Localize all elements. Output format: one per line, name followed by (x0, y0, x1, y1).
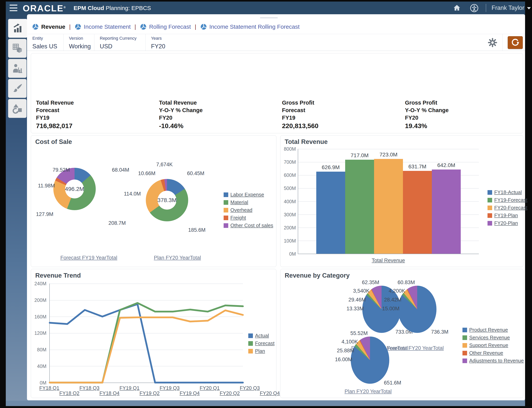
x-axis-label[interactable]: FY19 Q3 (160, 385, 179, 391)
legend-label[interactable]: Other Cost of sales (230, 222, 273, 229)
legend-item[interactable]: Product Revenue (463, 327, 524, 333)
slice-label: 13.33M (346, 306, 364, 312)
legend-swatch (463, 343, 467, 348)
legend-label[interactable]: Other Revenue (469, 350, 503, 356)
x-axis-label[interactable]: FY18 Q1 (39, 385, 59, 391)
legend-item[interactable]: FY20-Plan (488, 220, 527, 226)
tab-rolling-forecast[interactable]: Rolling Forecast (140, 23, 191, 30)
panel-title: Revenue by Category (285, 272, 350, 279)
legend-label[interactable]: Forecast (255, 340, 274, 346)
legend-label[interactable]: Services Revenue (469, 335, 510, 340)
legend-label[interactable]: Labor Expense (230, 192, 264, 198)
legend-item[interactable]: FY18-Actual (488, 189, 527, 195)
y-tick-label: 240M (33, 281, 46, 286)
x-axis-label[interactable]: FY20 Q2 (220, 390, 240, 396)
donut-chart[interactable]: 378.3M (146, 179, 188, 221)
tab-revenue[interactable]: Revenue (32, 23, 65, 30)
legend-item[interactable]: Freight (224, 215, 273, 221)
legend-item[interactable]: Material (224, 199, 273, 205)
x-axis-label[interactable]: FY20 Q1 (200, 385, 220, 391)
legend-item[interactable]: FY19-Plan (488, 212, 527, 218)
legend-label[interactable]: Plan (255, 348, 265, 354)
kpi-metric: Total Revenue (159, 99, 277, 107)
bar-value-label: 631.7M (403, 163, 432, 170)
legend-label[interactable]: FY19-Plan (494, 212, 518, 218)
pie-chart-icon (200, 23, 207, 30)
bar-FY19-Plan[interactable]: 631.7M (403, 171, 432, 254)
legend-label[interactable]: FY20-Plan (494, 220, 518, 226)
x-axis-label[interactable]: FY18 Q3 (79, 385, 99, 391)
x-axis-label[interactable]: FY20 Q3 (240, 385, 260, 391)
x-axis-label[interactable]: FY18 Q4 (99, 390, 119, 396)
legend-label[interactable]: Freight (230, 215, 246, 221)
legend-swatch (224, 200, 228, 205)
pov-entity: Entity Sales US (27, 34, 64, 51)
bar-FY18-Actual[interactable]: 626.9M (316, 172, 345, 254)
legend-item[interactable]: Overhead (224, 207, 273, 213)
legend-item[interactable]: Other Cost of sales (224, 222, 273, 229)
accessibility-button[interactable] (470, 3, 479, 13)
kpi-gross-profit-yoy[interactable]: Gross Profit Y-O-Y % Change FY20 19.43% (400, 99, 523, 130)
x-axis-label[interactable]: FY20 Q4 (260, 390, 280, 396)
x-axis-label[interactable]: FY19 Q4 (179, 390, 200, 396)
legend-label[interactable]: Overhead (230, 207, 252, 213)
chart-caption-link[interactable]: Plan FY20 YearTotal (331, 389, 405, 394)
bar-FY20-Forecast[interactable]: 723.0M (374, 159, 403, 254)
home-button[interactable] (452, 3, 462, 13)
legend-item[interactable]: Labor Expense (224, 192, 273, 198)
legend-label[interactable]: FY19-Forecast (494, 197, 527, 203)
refresh-button[interactable] (508, 36, 523, 49)
x-axis-label[interactable]: FY19 Q1 (119, 385, 139, 391)
legend-item[interactable]: Adjustments to Revenue (463, 358, 524, 364)
legend-swatch (488, 198, 492, 203)
settings-button[interactable] (487, 37, 498, 48)
legend-item[interactable]: FY20-Forecast (488, 205, 527, 211)
legend-item[interactable]: Support Revenue (463, 342, 524, 348)
pov-value-currency[interactable]: USD (100, 43, 145, 50)
legend-item[interactable]: Forecast (248, 340, 274, 346)
tab-separator: | (195, 24, 196, 30)
chart-caption-link[interactable]: Plan FY20 YearTotal (123, 255, 231, 261)
trend-line-Actual[interactable] (50, 304, 243, 382)
pov-value-entity[interactable]: Sales US (32, 43, 63, 50)
hamburger-menu-icon[interactable] (10, 5, 17, 11)
user-menu[interactable]: Frank Taylor (491, 4, 531, 11)
legend-label[interactable]: FY18-Actual (494, 189, 522, 195)
legend-item[interactable]: Plan (248, 348, 274, 354)
tab-income-statement[interactable]: Income Statement (75, 23, 131, 30)
pov-label: Entity (32, 36, 63, 41)
sidebar-tab-dashboards[interactable] (8, 19, 27, 38)
collapse-handle[interactable] (260, 17, 278, 18)
sidebar-tab-data[interactable] (8, 39, 26, 58)
legend-item[interactable]: FY19-Forecast (488, 197, 527, 203)
donut-chart[interactable]: 496.2M (53, 168, 96, 210)
bar-FY20-Plan[interactable]: 642.0M (432, 170, 461, 254)
x-axis-label[interactable]: FY18 Q2 (59, 390, 79, 396)
sidebar-tab-rules[interactable] (8, 99, 26, 118)
legend-item[interactable]: Services Revenue (463, 335, 524, 340)
chevron-down-icon (527, 7, 531, 9)
tab-income-statement-rolling-forecast[interactable]: Income Statement Rolling Forecast (200, 23, 300, 30)
legend-item[interactable]: Other Revenue (463, 350, 524, 356)
legend-label[interactable]: Adjustments to Revenue (469, 358, 524, 364)
legend-item[interactable]: Actual (248, 333, 274, 339)
kpi-year: FY20 (405, 114, 523, 122)
legend-label[interactable]: Support Revenue (469, 342, 508, 348)
pov-value-version[interactable]: Working (69, 43, 94, 50)
gear-icon (488, 38, 497, 47)
sidebar-tab-format[interactable] (8, 79, 26, 98)
legend-label[interactable]: Material (230, 199, 248, 205)
legend-swatch (248, 349, 253, 354)
sidebar-tab-analysis[interactable] (8, 59, 26, 78)
kpi-total-revenue-forecast[interactable]: Total Revenue Forecast FY19 716,982,017 (31, 99, 154, 130)
x-axis-label[interactable]: Total Revenue (298, 258, 479, 264)
x-axis-label[interactable]: FY19 Q2 (139, 390, 160, 396)
legend-label[interactable]: Product Revenue (469, 327, 508, 333)
kpi-gross-profit-forecast[interactable]: Gross Profit Forecast FY19 220,813,560 (277, 99, 400, 130)
bar-FY19-Forecast[interactable]: 717.0M (345, 160, 374, 254)
legend-label[interactable]: FY20-Forecast (494, 205, 527, 211)
pov-value-years[interactable]: FY20 (151, 43, 242, 50)
legend-label[interactable]: Actual (255, 333, 269, 339)
kpi-metric: Gross Profit (405, 99, 523, 107)
kpi-total-revenue-yoy[interactable]: Total Revenue Y-O-Y % Change FY20 -10.46… (154, 99, 277, 130)
